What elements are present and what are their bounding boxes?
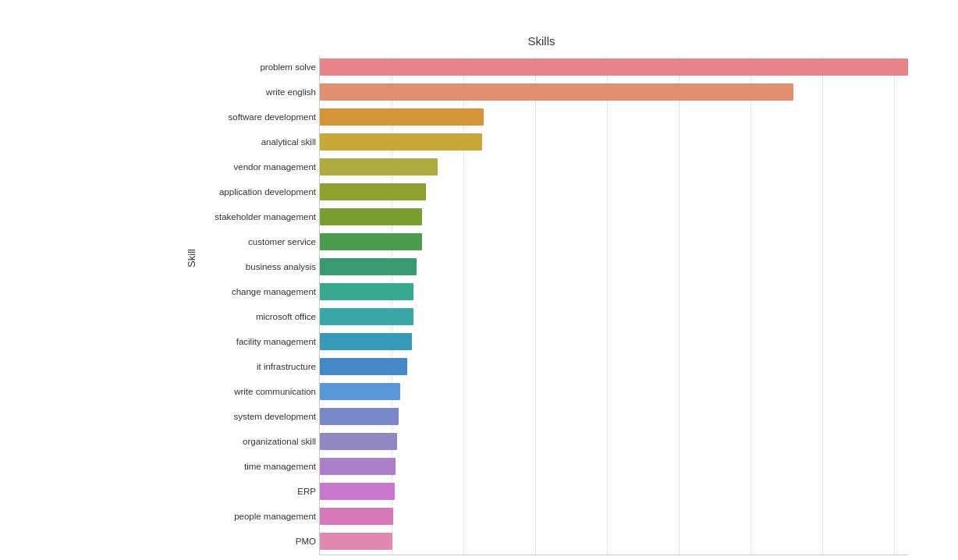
bar xyxy=(320,183,426,200)
bar xyxy=(320,333,412,350)
bar-label: customer service xyxy=(172,237,316,246)
bar xyxy=(320,408,399,425)
bar-label: application development xyxy=(172,187,316,197)
bar-label: time management xyxy=(172,462,316,471)
bars-wrapper: problem solvewrite englishsoftware devel… xyxy=(319,55,908,555)
bar-row: people management xyxy=(320,505,908,528)
bar-row: organizational skill xyxy=(320,430,908,453)
bar xyxy=(320,308,413,325)
bar-row: stakeholder management xyxy=(320,205,908,229)
bar-label: problem solve xyxy=(172,62,316,72)
x-axis: 0100200300400500600700800 xyxy=(319,555,908,560)
bar-row: system development xyxy=(320,405,908,428)
bar xyxy=(320,358,407,375)
bar-label: microsoft office xyxy=(172,312,316,321)
bars-area: problem solvewrite englishsoftware devel… xyxy=(319,55,908,560)
bar-label: stakeholder management xyxy=(172,212,316,222)
bar xyxy=(320,233,422,250)
bar-row: it infrastructure xyxy=(320,355,908,378)
bar xyxy=(320,283,413,300)
bar-row: time management xyxy=(320,455,908,478)
bar-row: PMO xyxy=(320,530,908,553)
bar-label: PMO xyxy=(172,537,316,546)
bar-row: business analysis xyxy=(320,255,908,278)
bar-row: analytical skill xyxy=(320,130,908,154)
bar-label: organizational skill xyxy=(172,437,316,446)
chart-title: Skills xyxy=(175,34,908,48)
bar-row: change management xyxy=(320,280,908,303)
bar-row: problem solve xyxy=(320,55,908,79)
chart-container: Skills Skill problem solvewrite englishs… xyxy=(19,11,939,549)
bar-row: ERP xyxy=(320,480,908,503)
bar-row: write english xyxy=(320,80,908,104)
bar xyxy=(320,433,397,450)
bar xyxy=(320,383,400,400)
bar-label: write english xyxy=(172,87,316,97)
bar xyxy=(320,258,417,275)
bar xyxy=(320,158,438,175)
bar xyxy=(320,108,484,126)
bar xyxy=(320,133,482,151)
bar-label: it infrastructure xyxy=(172,362,316,371)
bar-row: application development xyxy=(320,180,908,204)
bar xyxy=(320,508,393,525)
bar-label: change management xyxy=(172,287,316,296)
bar-label: vendor management xyxy=(172,162,316,172)
bar-row: write communication xyxy=(320,380,908,403)
bar-row: software development xyxy=(320,105,908,129)
bar-label: ERP xyxy=(172,487,316,496)
bar xyxy=(320,208,422,225)
bar-row: customer service xyxy=(320,230,908,253)
bar xyxy=(320,83,793,101)
bar-row: vendor management xyxy=(320,155,908,179)
bar-label: business analysis xyxy=(172,262,316,271)
bar xyxy=(320,483,395,500)
bar xyxy=(320,533,392,550)
bar-label: analytical skill xyxy=(172,137,316,147)
bar-label: software development xyxy=(172,112,316,122)
bar-row: facility management xyxy=(320,330,908,353)
bar-label: facility management xyxy=(172,337,316,346)
bar-label: write communication xyxy=(172,387,316,396)
bar-row: microsoft office xyxy=(320,305,908,328)
bar xyxy=(320,458,396,475)
bar-label: people management xyxy=(172,512,316,521)
bar xyxy=(320,58,908,76)
bar-label: system development xyxy=(172,412,316,421)
